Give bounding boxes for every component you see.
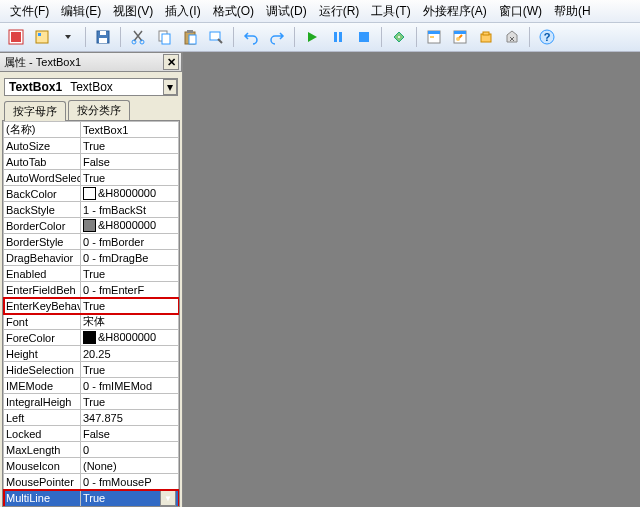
prop-row-BorderColor[interactable]: BorderColor&H8000000 bbox=[4, 218, 179, 234]
object-browser-icon[interactable] bbox=[474, 25, 498, 49]
object-selector[interactable]: TextBox1 TextBox ▾ bbox=[4, 78, 178, 96]
chevron-down-icon[interactable]: ▾ bbox=[163, 79, 177, 95]
properties-window-icon[interactable] bbox=[448, 25, 472, 49]
prop-row-BackStyle[interactable]: BackStyle1 - fmBackSt bbox=[4, 202, 179, 218]
break-icon[interactable] bbox=[326, 25, 350, 49]
prop-row-MaxLength[interactable]: MaxLength0 bbox=[4, 442, 179, 458]
menu-tools[interactable]: 工具(T) bbox=[365, 0, 416, 22]
prop-row-BackColor[interactable]: BackColor&H8000000 bbox=[4, 186, 179, 202]
prop-row-Locked[interactable]: LockedFalse bbox=[4, 426, 179, 442]
combo-chevron-icon[interactable]: ▼ bbox=[160, 490, 176, 506]
prop-row-EnterKeyBehav[interactable]: EnterKeyBehavTrue bbox=[4, 298, 179, 314]
prop-row-AutoWordSelec[interactable]: AutoWordSelecTrue bbox=[4, 170, 179, 186]
svg-text:?: ? bbox=[544, 31, 551, 43]
menu-run[interactable]: 运行(R) bbox=[313, 0, 366, 22]
design-mode-icon[interactable] bbox=[387, 25, 411, 49]
prop-row-Left[interactable]: Left347.875 bbox=[4, 410, 179, 426]
prop-value[interactable]: 宋体 bbox=[81, 314, 179, 330]
prop-row-EnterFieldBeh[interactable]: EnterFieldBeh0 - fmEnterF bbox=[4, 282, 179, 298]
prop-value[interactable]: 0 - fmEnterF bbox=[81, 282, 179, 298]
prop-name: BackStyle bbox=[4, 202, 81, 218]
prop-value[interactable]: &H8000000 bbox=[81, 330, 179, 346]
prop-value[interactable]: (None) bbox=[81, 458, 179, 474]
prop-row-HideSelection[interactable]: HideSelectionTrue bbox=[4, 362, 179, 378]
property-grid-scroll[interactable]: (名称)TextBox1AutoSizeTrueAutoTabFalseAuto… bbox=[3, 121, 179, 506]
prop-value[interactable]: &H8000000 bbox=[81, 218, 179, 234]
svg-rect-1 bbox=[11, 32, 21, 42]
prop-name: IMEMode bbox=[4, 378, 81, 394]
prop-name: Locked bbox=[4, 426, 81, 442]
prop-name: AutoTab bbox=[4, 154, 81, 170]
tab-categorized[interactable]: 按分类序 bbox=[68, 100, 130, 120]
design-canvas[interactable] bbox=[183, 52, 640, 507]
prop-value[interactable]: 0 - fmMouseP bbox=[81, 474, 179, 490]
prop-value[interactable]: True bbox=[81, 170, 179, 186]
prop-row-Height[interactable]: Height20.25 bbox=[4, 346, 179, 362]
copy-icon[interactable] bbox=[152, 25, 176, 49]
prop-value[interactable]: True bbox=[81, 266, 179, 282]
prop-value[interactable]: 20.25 bbox=[81, 346, 179, 362]
object-type: TextBox bbox=[66, 78, 117, 96]
undo-icon[interactable] bbox=[239, 25, 263, 49]
prop-name: EnterKeyBehav bbox=[4, 298, 81, 314]
cut-icon[interactable] bbox=[126, 25, 150, 49]
menu-view[interactable]: 视图(V) bbox=[107, 0, 159, 22]
save-icon[interactable] bbox=[91, 25, 115, 49]
run-icon[interactable] bbox=[300, 25, 324, 49]
prop-row-AutoTab[interactable]: AutoTabFalse bbox=[4, 154, 179, 170]
help-icon[interactable]: ? bbox=[535, 25, 559, 49]
prop-value[interactable]: 0 - fmDragBe bbox=[81, 250, 179, 266]
svg-rect-6 bbox=[99, 38, 107, 43]
prop-row-DragBehavior[interactable]: DragBehavior0 - fmDragBe bbox=[4, 250, 179, 266]
redo-icon[interactable] bbox=[265, 25, 289, 49]
new-form-icon[interactable] bbox=[30, 25, 54, 49]
menu-edit[interactable]: 编辑(E) bbox=[55, 0, 107, 22]
prop-value[interactable]: 0 - fmIMEMod bbox=[81, 378, 179, 394]
prop-name: MouseIcon bbox=[4, 458, 81, 474]
prop-row-BorderStyle[interactable]: BorderStyle0 - fmBorder bbox=[4, 234, 179, 250]
menu-window[interactable]: 窗口(W) bbox=[493, 0, 548, 22]
stop-icon[interactable] bbox=[352, 25, 376, 49]
prop-value[interactable]: &H8000000 bbox=[81, 186, 179, 202]
close-icon[interactable]: ✕ bbox=[163, 54, 179, 70]
prop-name: AutoWordSelec bbox=[4, 170, 81, 186]
prop-value[interactable]: True▼ bbox=[81, 490, 179, 507]
prop-row-IMEMode[interactable]: IMEMode0 - fmIMEMod bbox=[4, 378, 179, 394]
svg-rect-19 bbox=[428, 31, 440, 34]
prop-row-MouseIcon[interactable]: MouseIcon(None) bbox=[4, 458, 179, 474]
prop-value[interactable]: TextBox1 bbox=[81, 122, 179, 138]
menu-format[interactable]: 格式(O) bbox=[207, 0, 260, 22]
paste-icon[interactable] bbox=[178, 25, 202, 49]
prop-value[interactable]: True bbox=[81, 362, 179, 378]
menu-addins[interactable]: 外接程序(A) bbox=[417, 0, 493, 22]
tab-alphabetic[interactable]: 按字母序 bbox=[4, 101, 66, 121]
find-icon[interactable] bbox=[204, 25, 228, 49]
prop-value[interactable]: 0 bbox=[81, 442, 179, 458]
prop-row-Font[interactable]: Font宋体 bbox=[4, 314, 179, 330]
svg-rect-13 bbox=[189, 35, 196, 44]
prop-value[interactable]: True bbox=[81, 138, 179, 154]
prop-value[interactable]: 1 - fmBackSt bbox=[81, 202, 179, 218]
prop-row-MousePointer[interactable]: MousePointer0 - fmMouseP bbox=[4, 474, 179, 490]
prop-row-Enabled[interactable]: EnabledTrue bbox=[4, 266, 179, 282]
prop-row-ForeColor[interactable]: ForeColor&H8000000 bbox=[4, 330, 179, 346]
project-explorer-icon[interactable] bbox=[422, 25, 446, 49]
prop-value[interactable]: 0 - fmBorder bbox=[81, 234, 179, 250]
prop-value[interactable]: False bbox=[81, 154, 179, 170]
prop-value[interactable]: False bbox=[81, 426, 179, 442]
prop-value[interactable]: True bbox=[81, 394, 179, 410]
menu-debug[interactable]: 调试(D) bbox=[260, 0, 313, 22]
menu-file[interactable]: 文件(F) bbox=[4, 0, 55, 22]
powerpoint-icon[interactable] bbox=[4, 25, 28, 49]
menu-help[interactable]: 帮助(H bbox=[548, 0, 597, 22]
prop-row-MultiLine[interactable]: MultiLineTrue▼ bbox=[4, 490, 179, 507]
prop-row-AutoSize[interactable]: AutoSizeTrue bbox=[4, 138, 179, 154]
toolbox-icon[interactable] bbox=[500, 25, 524, 49]
prop-row-[interactable]: (名称)TextBox1 bbox=[4, 122, 179, 138]
prop-row-IntegralHeigh[interactable]: IntegralHeighTrue bbox=[4, 394, 179, 410]
prop-name: EnterFieldBeh bbox=[4, 282, 81, 298]
prop-value[interactable]: True bbox=[81, 298, 179, 314]
menu-insert[interactable]: 插入(I) bbox=[159, 0, 206, 22]
dropdown-arrow-icon[interactable] bbox=[56, 25, 80, 49]
prop-value[interactable]: 347.875 bbox=[81, 410, 179, 426]
